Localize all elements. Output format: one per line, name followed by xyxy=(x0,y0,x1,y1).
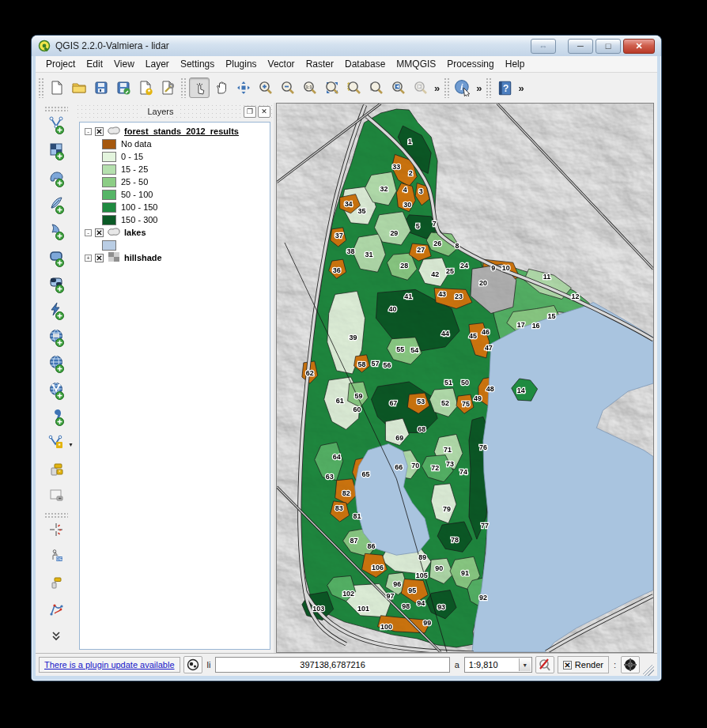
stand-label: 65 xyxy=(362,470,370,478)
zoom-full-button[interactable] xyxy=(322,77,342,98)
add-vector-layer-button[interactable] xyxy=(45,114,67,136)
mag-sel-icon xyxy=(346,80,362,96)
maximize-button[interactable]: □ xyxy=(595,39,621,54)
add-spatialite-layer-button[interactable] xyxy=(45,194,67,216)
stop-render-button[interactable] xyxy=(535,656,554,673)
dock-handle[interactable] xyxy=(44,106,68,111)
expander-icon[interactable]: - xyxy=(85,128,92,135)
menu-item-layer[interactable]: Layer xyxy=(140,57,175,71)
save-project-button[interactable] xyxy=(91,77,112,98)
stand-label: 51 xyxy=(444,379,452,387)
zoom-native-button[interactable]: 1:1 xyxy=(300,77,320,98)
layers-panel: Layers ❐ ✕ -✕forest_stands_2012_resultsN… xyxy=(76,103,274,653)
svg-text:DE: DE xyxy=(56,556,62,561)
language-toggle-button[interactable]: ⇔ xyxy=(531,39,556,54)
layer-row-forest_stands_2012_results[interactable]: -✕forest_stands_2012_results xyxy=(83,125,270,138)
plugin-road-graph-button[interactable] xyxy=(45,600,67,622)
add-oracle-georaster-layer-button[interactable] xyxy=(45,273,67,296)
stand-label: 57 xyxy=(371,360,379,368)
save-project-as-button[interactable] xyxy=(113,77,134,98)
stand-label: 20 xyxy=(479,279,487,287)
checker-icon xyxy=(48,141,64,160)
scale-combobox[interactable]: 1:9,810 ▾ xyxy=(464,657,532,673)
menu-item-edit[interactable]: Edit xyxy=(81,57,108,71)
menu-item-view[interactable]: View xyxy=(108,57,140,71)
panel-float-button[interactable]: ❐ xyxy=(244,106,256,118)
stand-label: 45 xyxy=(469,332,477,340)
attributes-overflow-chevron[interactable]: » xyxy=(474,82,483,94)
stand-label: 36 xyxy=(333,266,341,274)
menu-item-plugins[interactable]: Plugins xyxy=(220,57,262,71)
menu-item-raster[interactable]: Raster xyxy=(301,57,339,71)
touch-zoom-pan-button[interactable] xyxy=(189,77,210,98)
menu-item-database[interactable]: Database xyxy=(339,57,391,71)
add-delimited-text-layer-button[interactable] xyxy=(45,406,67,428)
zoom-to-layer-button[interactable] xyxy=(366,77,387,98)
map-canvas[interactable]: 1234578910111214151617202324252627282930… xyxy=(276,103,654,653)
add-wcs-layer-button[interactable] xyxy=(45,353,67,375)
add-mssql-layer-button[interactable] xyxy=(45,220,67,242)
zoom-next-button[interactable] xyxy=(410,77,431,98)
help-overflow-chevron[interactable]: » xyxy=(516,82,525,94)
layer-visibility-checkbox[interactable]: ✕ xyxy=(95,254,104,262)
help-contents-button[interactable]: ? xyxy=(494,77,515,98)
minimize-button[interactable]: ─ xyxy=(568,39,593,54)
open-project-button[interactable] xyxy=(69,77,89,98)
layer-visibility-checkbox[interactable]: ✕ xyxy=(95,228,104,237)
zoom-out-button[interactable] xyxy=(278,77,298,98)
stand-label: 86 xyxy=(368,542,376,550)
layer-visibility-checkbox[interactable]: ✕ xyxy=(95,127,104,136)
stand-label: 64 xyxy=(333,453,341,461)
add-sqlanywhere-layer-button[interactable] xyxy=(45,300,67,322)
new-composer-button[interactable]: * xyxy=(135,77,156,98)
gpstool-icon: * xyxy=(48,461,64,480)
layer-row-hillshade[interactable]: +✕hillshade xyxy=(83,251,270,264)
new-shapefile-layer-button[interactable]: *▾ xyxy=(45,432,67,455)
menu-item-project[interactable]: Project xyxy=(40,57,81,71)
add-raster-layer-button[interactable] xyxy=(45,141,67,163)
composer-manager-button[interactable] xyxy=(157,77,178,98)
pan-map-button[interactable] xyxy=(211,77,232,98)
plugin-offset-tool-button[interactable]: DE xyxy=(45,547,67,569)
comma-icon xyxy=(48,407,64,426)
coordinate-input[interactable]: 397138,6787216 xyxy=(215,657,449,673)
stand-label: 11 xyxy=(543,273,550,281)
resize-grip[interactable] xyxy=(643,665,654,676)
scale-dropdown-arrow[interactable]: ▾ xyxy=(519,658,531,671)
plugin-update-link[interactable]: There is a plugin update available xyxy=(39,657,180,673)
render-toggle[interactable]: ✕ Render xyxy=(558,656,609,673)
plugin-crosshair-button[interactable] xyxy=(45,520,67,542)
close-button[interactable]: ✕ xyxy=(623,39,655,54)
add-wms-layer-button[interactable] xyxy=(45,326,67,349)
add-wfs-layer-button[interactable] xyxy=(45,379,67,402)
render-checkbox[interactable]: ✕ xyxy=(563,661,572,670)
crs-status-button[interactable] xyxy=(621,656,640,673)
navigation-overflow-chevron[interactable]: » xyxy=(433,82,441,94)
dropdown-arrow-icon[interactable]: ▾ xyxy=(69,441,72,448)
pan-to-selection-button[interactable] xyxy=(233,77,254,98)
zoom-in-button[interactable] xyxy=(255,77,276,98)
new-project-button[interactable] xyxy=(47,77,67,98)
dock-overflow-chevron[interactable] xyxy=(45,626,67,648)
title-bar[interactable]: QGIS 2.2.0-Valmiera - lidar ⇔ ─ □ ✕ xyxy=(32,36,661,56)
add-postgis-layer-button[interactable] xyxy=(45,167,67,189)
expander-icon[interactable]: + xyxy=(85,255,92,262)
menu-item-help[interactable]: Help xyxy=(500,57,531,71)
menu-item-vector[interactable]: Vector xyxy=(263,57,301,71)
zoom-last-button[interactable] xyxy=(388,77,409,98)
menu-item-mmqgis[interactable]: MMQGIS xyxy=(391,57,441,71)
add-oracle-layer-button[interactable] xyxy=(45,247,67,269)
menu-item-settings[interactable]: Settings xyxy=(175,57,220,71)
plugin-notification-button[interactable] xyxy=(183,656,202,673)
panel-close-button[interactable]: ✕ xyxy=(258,106,270,118)
zoom-to-selection-button[interactable] xyxy=(344,77,365,98)
layers-tree[interactable]: -✕forest_stands_2012_resultsNo data0 - 1… xyxy=(79,122,270,650)
stand-label: 60 xyxy=(354,405,361,413)
plugin-gps-button[interactable] xyxy=(45,573,67,595)
menu-item-processing[interactable]: Processing xyxy=(441,57,499,71)
identify-features-button[interactable]: i xyxy=(452,77,473,98)
new-gpx-layer-button[interactable]: * xyxy=(45,459,67,481)
expander-icon[interactable]: - xyxy=(85,229,92,236)
remove-layer-button[interactable] xyxy=(45,485,67,507)
layer-row-lakes[interactable]: -✕lakes xyxy=(83,226,270,239)
